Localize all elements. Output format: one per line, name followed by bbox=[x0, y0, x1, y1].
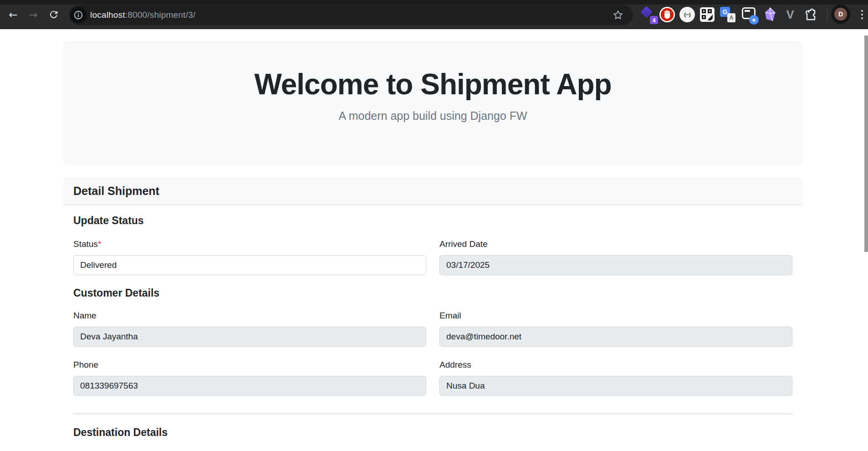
avatar: D bbox=[834, 8, 847, 20]
address-bar[interactable]: localhost:8000/shipment/3/ bbox=[69, 5, 633, 25]
section-heading-destination-details: Destination Details bbox=[73, 426, 792, 439]
section-heading-update-status: Update Status bbox=[73, 214, 792, 227]
name-label: Name bbox=[73, 310, 426, 321]
info-icon bbox=[73, 10, 83, 20]
form-row: Name Deva Jayantha Email deva@timedoor.n… bbox=[73, 310, 792, 347]
address-input: Nusa Dua bbox=[439, 376, 792, 396]
bookmark-button[interactable] bbox=[612, 9, 624, 21]
phone-value: 081339697563 bbox=[80, 381, 138, 391]
phone-field: Phone 081339697563 bbox=[73, 359, 426, 396]
name-field: Name Deva Jayantha bbox=[73, 310, 426, 347]
tabs-icon: ★ bbox=[741, 6, 757, 23]
extension-json-viewer[interactable]: (···) bbox=[679, 6, 695, 23]
forward-arrow-icon: → bbox=[29, 9, 37, 20]
section-divider bbox=[73, 414, 792, 414]
hero-banner: Welcome to Shipment App A modern app bui… bbox=[63, 41, 802, 165]
parentheses-icon: (···) bbox=[679, 7, 695, 22]
qr-code-icon bbox=[700, 7, 715, 22]
vertical-scrollbar[interactable] bbox=[864, 36, 868, 252]
url-text[interactable]: localhost:8000/shipment/3/ bbox=[90, 5, 195, 25]
extension-vue-devtools[interactable]: V bbox=[782, 6, 798, 23]
address-field: Address Nusa Dua bbox=[439, 359, 792, 396]
profile-button[interactable]: D bbox=[831, 5, 850, 24]
phone-input: 081339697563 bbox=[73, 376, 426, 396]
page-title: Welcome to Shipment App bbox=[63, 68, 802, 102]
page-viewport: Welcome to Shipment App A modern app bui… bbox=[0, 29, 868, 451]
extension-purple-gem[interactable] bbox=[761, 6, 778, 23]
extension-tab-manager[interactable]: ★ bbox=[741, 6, 757, 23]
tab-strip bbox=[0, 0, 868, 5]
status-label: Status* bbox=[73, 239, 426, 249]
browser-toolbar: ← → localhost:8000/shipment/3/ 4 bbox=[0, 0, 868, 29]
card-body: Update Status Status* Delivered Arrived … bbox=[63, 214, 802, 451]
arrived-date-value: 03/17/2025 bbox=[446, 260, 490, 270]
extension-qr-code[interactable] bbox=[699, 6, 715, 23]
card-header: Detail Shipment bbox=[63, 177, 802, 205]
email-field: Email deva@timedoor.net bbox=[439, 310, 792, 347]
extension-google-translate[interactable]: G A bbox=[720, 6, 736, 23]
reload-button[interactable] bbox=[46, 6, 62, 23]
address-label: Address bbox=[439, 359, 792, 370]
url-path: :8000/shipment/3/ bbox=[125, 10, 195, 20]
adblock-hand-icon bbox=[659, 6, 675, 23]
forward-button[interactable]: → bbox=[25, 6, 41, 23]
status-select[interactable]: Delivered bbox=[73, 255, 426, 275]
puzzle-piece-icon bbox=[804, 8, 817, 21]
arrived-date-field: Arrived Date 03/17/2025 bbox=[439, 239, 792, 275]
kebab-menu-icon bbox=[861, 10, 863, 12]
status-value: Delivered bbox=[80, 260, 117, 270]
site-info-button[interactable] bbox=[70, 7, 87, 23]
name-value: Deva Jayantha bbox=[80, 332, 138, 342]
vue-icon: V bbox=[786, 8, 794, 21]
section-heading-customer-details: Customer Details bbox=[73, 287, 792, 299]
extensions-menu-button[interactable] bbox=[802, 6, 819, 23]
main-container: Welcome to Shipment App A modern app bui… bbox=[63, 41, 802, 451]
star-badge-icon: ★ bbox=[749, 15, 759, 25]
translate-icon: G A bbox=[720, 7, 735, 22]
page-subtitle: A modern app build using Django FW bbox=[63, 109, 802, 123]
phone-label: Phone bbox=[73, 359, 426, 370]
email-value: deva@timedoor.net bbox=[446, 332, 521, 342]
back-button[interactable]: ← bbox=[5, 6, 21, 23]
email-label: Email bbox=[439, 310, 792, 321]
gem-icon bbox=[763, 7, 776, 22]
extension-badge: 4 bbox=[650, 16, 658, 24]
address-value: Nusa Dua bbox=[446, 381, 485, 391]
arrived-date-label: Arrived Date bbox=[439, 239, 792, 249]
card-title: Detail Shipment bbox=[73, 184, 159, 198]
arrived-date-input: 03/17/2025 bbox=[439, 255, 792, 275]
status-field: Status* Delivered bbox=[73, 239, 426, 275]
required-asterisk: * bbox=[98, 239, 101, 249]
email-input: deva@timedoor.net bbox=[439, 327, 792, 347]
url-host: localhost bbox=[90, 10, 125, 20]
form-row: Status* Delivered Arrived Date 03/17/202… bbox=[73, 239, 792, 275]
form-row: Phone 081339697563 Address Nusa Dua bbox=[73, 359, 792, 396]
star-icon bbox=[612, 9, 624, 21]
extension-adblock[interactable] bbox=[659, 6, 675, 23]
name-input: Deva Jayantha bbox=[73, 327, 426, 347]
detail-shipment-card: Detail Shipment Update Status Status* De… bbox=[63, 177, 802, 451]
browser-menu-button[interactable] bbox=[859, 6, 865, 23]
back-arrow-icon: ← bbox=[9, 9, 17, 20]
translate-a: A bbox=[727, 13, 735, 22]
toolbar-separator bbox=[827, 8, 827, 21]
extension-purple-diamond[interactable]: 4 bbox=[641, 6, 657, 23]
reload-icon bbox=[48, 9, 59, 20]
